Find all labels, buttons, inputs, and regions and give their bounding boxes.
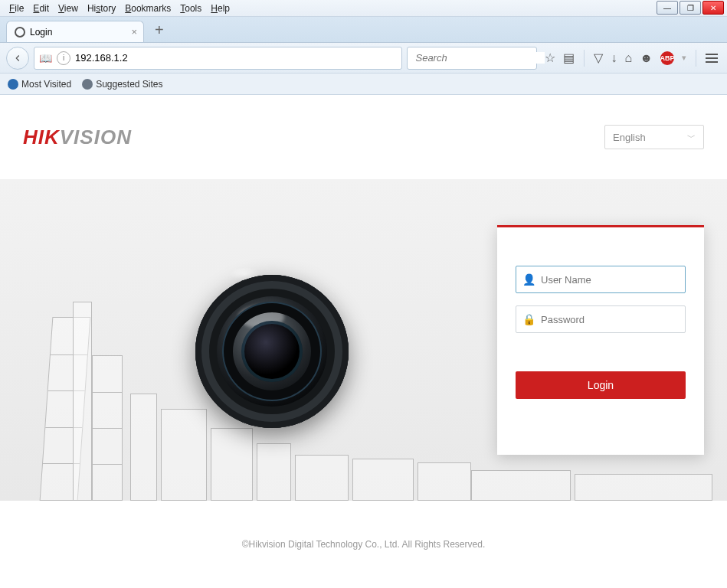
menu-view[interactable]: View (54, 3, 83, 14)
bookmark-label: Most Visited (21, 79, 71, 90)
menu-history[interactable]: History (83, 3, 120, 14)
username-input[interactable] (541, 274, 679, 286)
bookmarks-toolbar: Most Visited Suggested Sites (0, 74, 727, 95)
pocket-icon[interactable]: ▽ (594, 51, 603, 65)
url-input[interactable] (75, 52, 397, 64)
arrow-left-icon (12, 53, 23, 64)
copyright-text: ©Hikvision Digital Technology Co., Ltd. … (242, 539, 485, 550)
menu-tools[interactable]: Tools (175, 3, 206, 14)
user-icon: 👤 (522, 273, 535, 286)
chat-icon[interactable]: ☻ (640, 51, 653, 65)
abp-dropdown-icon[interactable]: ▾ (682, 53, 686, 63)
password-field[interactable]: 🔒 (516, 305, 686, 333)
page-footer: ©Hikvision Digital Technology Co., Ltd. … (0, 501, 727, 550)
most-visited-icon (8, 79, 18, 90)
bookmark-suggested-sites[interactable]: Suggested Sites (82, 79, 162, 90)
bookmark-star-icon[interactable]: ☆ (545, 51, 555, 65)
menu-file[interactable]: File (5, 3, 28, 14)
login-card: 👤 🔒 Login (497, 225, 704, 455)
logo-suffix: VISION (60, 126, 132, 149)
login-button[interactable]: Login (516, 371, 686, 399)
menu-bookmarks[interactable]: Bookmarks (120, 3, 175, 14)
search-bar[interactable] (407, 47, 537, 70)
bookmark-most-visited[interactable]: Most Visited (8, 79, 71, 90)
library-icon[interactable]: ▤ (563, 51, 575, 65)
menu-help[interactable]: Help (206, 3, 234, 14)
reader-icon[interactable]: 📖 (39, 52, 52, 64)
brand-logo: HIKVISION (23, 126, 132, 149)
tab-close-button[interactable]: × (131, 26, 137, 38)
language-label: English (613, 132, 646, 143)
back-button[interactable] (6, 47, 29, 70)
page-content: HIKVISION English ﹀ 👤 🔒 (0, 95, 727, 588)
window-close-button[interactable]: ✕ (702, 1, 724, 15)
menu-edit[interactable]: Edit (28, 3, 54, 14)
chevron-down-icon: ﹀ (687, 132, 696, 143)
bookmark-label: Suggested Sites (96, 79, 162, 90)
site-identity-icon[interactable]: i (57, 51, 70, 65)
page-header: HIKVISION English ﹀ (0, 95, 727, 179)
downloads-icon[interactable]: ↓ (611, 51, 617, 65)
hero-section: 👤 🔒 Login (0, 179, 727, 501)
logo-prefix: HIK (23, 126, 60, 149)
password-input[interactable] (541, 314, 679, 325)
tab-favicon (15, 27, 25, 38)
language-select[interactable]: English ﹀ (604, 125, 704, 149)
address-bar[interactable]: 📖 i (34, 47, 402, 70)
new-tab-button[interactable]: + (150, 22, 169, 42)
hamburger-menu-button[interactable] (706, 54, 718, 63)
abp-icon[interactable]: ABP (660, 51, 674, 65)
tab-title: Login (30, 27, 52, 38)
home-icon[interactable]: ⌂ (624, 51, 632, 65)
nav-toolbar: 📖 i ☆ ▤ ▽ ↓ ⌂ ☻ ABP ▾ (0, 43, 727, 74)
browser-menubar: File Edit View History Bookmarks Tools H… (0, 0, 727, 17)
tab-strip: Login × + (0, 17, 727, 43)
window-restore-button[interactable]: ❐ (680, 1, 701, 15)
search-input[interactable] (415, 52, 545, 64)
camera-lens-graphic (195, 275, 349, 428)
browser-tab-login[interactable]: Login × (6, 21, 144, 42)
lock-icon: 🔒 (522, 313, 535, 325)
window-minimize-button[interactable]: — (657, 1, 678, 15)
username-field[interactable]: 👤 (516, 266, 686, 293)
suggested-sites-icon (82, 79, 93, 90)
